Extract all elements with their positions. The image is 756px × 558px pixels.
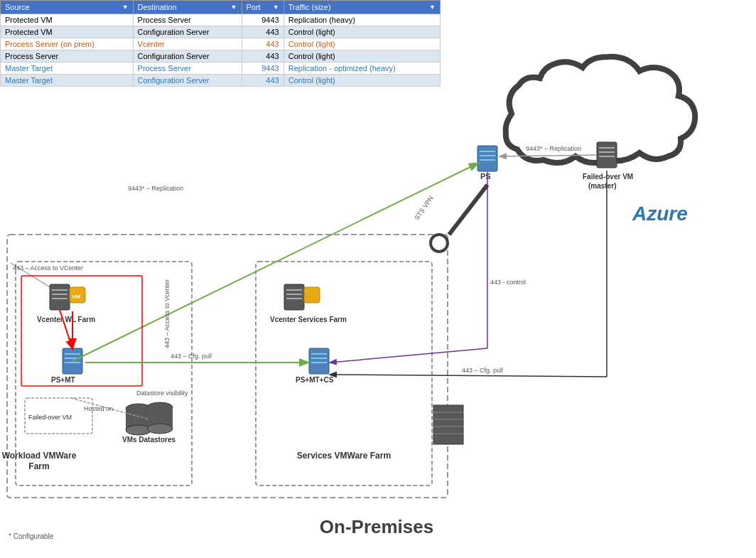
ps-mt-cs-label: PS+MT+CS: [296, 376, 334, 384]
vms-datastores-label: VMs Datastores: [122, 436, 176, 444]
svg-text:VM: VM: [72, 294, 80, 300]
cfg-pull-label: 443 – Cfg. pull: [171, 353, 212, 360]
cfg-pull-arrow2: [330, 375, 607, 377]
ps-mt-label: PS+MT: [51, 376, 75, 384]
rack-icon: [433, 405, 463, 444]
diagram-svg: PS Failed-over VM (master) Azure PS+MT V…: [0, 0, 756, 558]
svg-rect-24: [309, 348, 329, 374]
connector-circle: [431, 235, 448, 252]
ps-label: PS: [480, 172, 491, 181]
replication-cloud-label: 9443* – Replication: [526, 145, 581, 152]
ps-mt-cs-server: [309, 348, 329, 374]
replication-9443-label: 9443* – Replication: [128, 185, 183, 192]
replication-arrow-main: [72, 163, 477, 361]
datastore-visibility-label: Datastore visibility: [136, 390, 188, 397]
access-vcenter-vertical: 443 – Access to Vcenter: [163, 279, 171, 348]
svg-rect-22: [304, 287, 320, 303]
azure-label: Azure: [632, 203, 688, 225]
ps-server-cloud: [477, 146, 497, 171]
on-premises-label: On-Premises: [320, 516, 433, 537]
vcenter-services-label: Vcenter Services Farm: [270, 316, 347, 323]
cfg-pull-2-label: 443 – Cfg. pull: [462, 367, 503, 374]
configurable-note: * Configurable: [9, 532, 54, 540]
control-arrow: [330, 348, 487, 363]
svg-rect-18: [284, 284, 304, 310]
vcenter-wl-server: VM: [50, 284, 85, 310]
workload-farm-label2: Farm: [28, 461, 49, 471]
sts-vpn-label: STS VPN: [413, 195, 434, 221]
failed-over-vm-master-label: (master): [588, 182, 616, 190]
services-farm-label: Services VMWare Farm: [297, 451, 391, 461]
failed-over-vm-onprem-label: Failed-over VM: [28, 414, 72, 421]
svg-point-33: [147, 424, 173, 434]
svg-rect-12: [50, 284, 70, 310]
svg-rect-34: [433, 405, 463, 444]
control-443-label: 443 - control: [490, 279, 526, 286]
vms-datastores: [126, 402, 173, 435]
workload-farm-label: Workload VMWare: [2, 451, 77, 461]
hosted-on-label: Hosted on: [84, 405, 113, 412]
svg-rect-0: [477, 146, 497, 171]
failed-over-vm-label: Failed-over VM: [583, 173, 633, 181]
vcenter-wl-label: Vcenter WL Farm: [37, 316, 95, 323]
sts-vpn-line: [449, 185, 487, 235]
svg-rect-4: [597, 142, 617, 168]
failed-over-vm-server: [597, 142, 617, 168]
